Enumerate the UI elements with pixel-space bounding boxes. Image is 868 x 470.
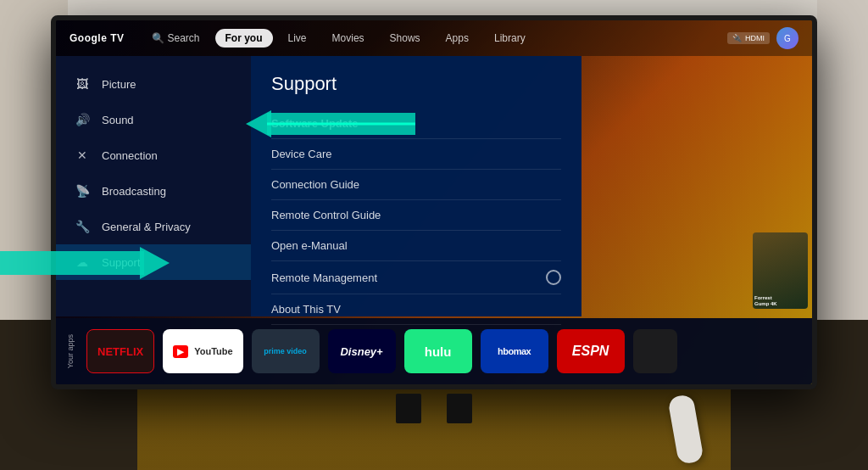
app-youtube[interactable]: ▶ YouTube: [163, 329, 242, 373]
settings-sound-label: Sound: [102, 114, 134, 126]
broadcasting-icon: 📡: [73, 182, 92, 200]
hdmi-icon: 🔌: [732, 34, 742, 42]
remote-management-icon: [546, 270, 561, 285]
app-disney[interactable]: Disney+: [328, 329, 396, 373]
app-prime[interactable]: prime video: [252, 329, 320, 373]
settings-general-label: General & Privacy: [102, 221, 191, 233]
connection-icon: ✕: [73, 146, 92, 165]
app-hbomax[interactable]: hbomax: [481, 329, 548, 373]
nav-live-label: Live: [288, 32, 307, 44]
user-avatar[interactable]: G: [776, 27, 798, 49]
prime-label: prime video: [264, 347, 307, 355]
nav-library[interactable]: Library: [484, 29, 536, 48]
support-remote-management[interactable]: Remote Management: [271, 261, 561, 294]
remote-management-label: Remote Management: [271, 271, 377, 284]
nav-apps[interactable]: Apps: [436, 29, 479, 48]
tv-screen: Google TV 🔍 Search For you Live Movies: [56, 20, 812, 384]
svg-marker-2: [140, 247, 170, 279]
picture-icon: 🖼: [73, 75, 92, 93]
disney-label: Disney+: [340, 345, 382, 358]
settings-item-broadcasting[interactable]: 📡 Broadcasting: [56, 173, 251, 209]
search-icon: 🔍: [152, 32, 164, 44]
settings-item-picture[interactable]: 🖼 Picture: [56, 66, 251, 102]
nav-search[interactable]: 🔍 Search: [142, 29, 210, 48]
top-arrow-annotation: [246, 100, 432, 147]
nav-search-label: Search: [168, 32, 200, 44]
tv-stand-legs: [383, 389, 485, 423]
emanual-label: Open e-Manual: [271, 239, 348, 252]
sound-icon: 🔊: [73, 110, 92, 129]
app-apple[interactable]: [633, 329, 677, 373]
app-netflix[interactable]: NETFLIX: [86, 329, 154, 373]
device-care-label: Device Care: [271, 148, 332, 160]
nav-movies-label: Movies: [332, 32, 364, 44]
support-remote-control-guide[interactable]: Remote Control Guide: [271, 200, 561, 231]
your-apps-label: Your apps: [66, 334, 75, 368]
support-connection-guide[interactable]: Connection Guide: [271, 170, 561, 200]
nav-shows-label: Shows: [390, 32, 420, 44]
hulu-label: hulu: [425, 344, 452, 359]
top-navigation: Google TV 🔍 Search For you Live Movies: [56, 20, 812, 56]
app-espn[interactable]: ESPN: [557, 329, 625, 373]
settings-picture-label: Picture: [102, 78, 136, 91]
nav-items: 🔍 Search For you Live Movies Shows: [142, 29, 728, 48]
youtube-play-icon: ▶: [173, 345, 188, 358]
settings-broadcasting-label: Broadcasting: [102, 185, 166, 198]
tv-stand-right: [447, 394, 472, 423]
settings-connection-label: Connection: [102, 149, 158, 162]
nav-live[interactable]: Live: [278, 29, 317, 48]
nav-apps-label: Apps: [446, 32, 469, 44]
left-arrow-annotation: [0, 233, 170, 293]
hbomax-label: hbomax: [498, 346, 531, 356]
wall-right: [817, 0, 868, 320]
remote-control-guide-label: Remote Control Guide: [271, 209, 381, 221]
nav-for-you-label: For you: [225, 32, 263, 44]
hdmi-badge: 🔌 HDMI: [727, 32, 770, 44]
support-panel: Support Software Update Device Care Conn…: [251, 56, 581, 316]
avatar-initials: G: [784, 34, 791, 43]
support-title: Support: [271, 73, 561, 95]
youtube-label: YouTube: [194, 346, 232, 356]
settings-item-sound[interactable]: 🔊 Sound: [56, 102, 251, 137]
nav-movies[interactable]: Movies: [322, 29, 375, 48]
app-hulu[interactable]: hulu: [404, 329, 472, 373]
support-emanual[interactable]: Open e-Manual: [271, 231, 561, 261]
hdmi-label: HDMI: [745, 34, 765, 42]
connection-guide-label: Connection Guide: [271, 178, 359, 191]
about-tv-label: About This TV: [271, 303, 341, 316]
settings-item-connection[interactable]: ✕ Connection: [56, 137, 251, 173]
nav-for-you[interactable]: For you: [215, 29, 273, 48]
tv-body: Google TV 🔍 Search For you Live Movies: [51, 15, 817, 389]
nav-right: 🔌 HDMI G: [727, 27, 798, 49]
espn-label: ESPN: [572, 344, 609, 359]
nav-shows[interactable]: Shows: [380, 29, 431, 48]
google-tv-logo: Google TV: [70, 32, 125, 44]
scene: Google TV 🔍 Search For you Live Movies: [0, 0, 868, 470]
app-bar: Your apps NETFLIX ▶ YouTube prime video …: [56, 318, 812, 384]
nav-library-label: Library: [494, 32, 526, 44]
forrest-gump-label: ForrestGump 4K: [754, 295, 777, 307]
tv-stand-left: [396, 394, 421, 423]
support-about-tv[interactable]: About This TV: [271, 294, 561, 325]
forrest-gump-thumbnail: ForrestGump 4K: [753, 232, 808, 309]
netflix-label: NETFLIX: [97, 345, 143, 358]
